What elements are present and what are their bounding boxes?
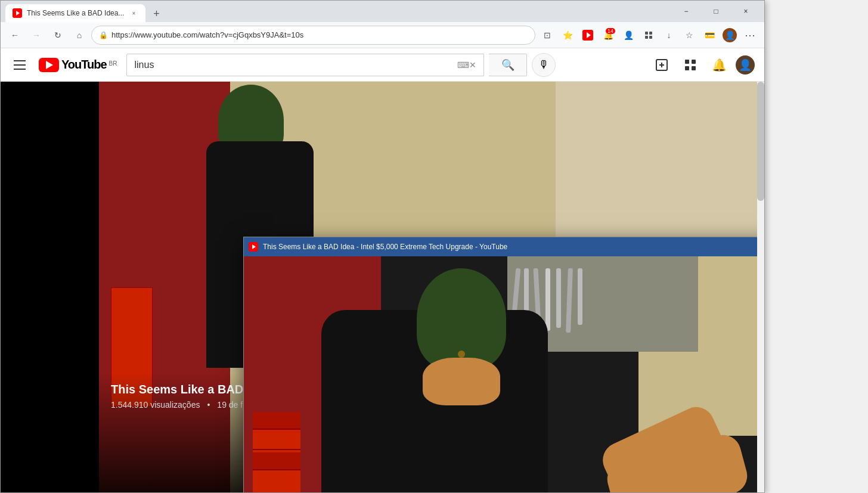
tab-search-icon[interactable]: ⊡ [538,26,557,45]
search-clear-button[interactable]: ✕ [469,60,476,70]
favorites-star-icon[interactable]: ☆ [680,26,699,45]
wallet-icon[interactable]: 💳 [700,26,719,45]
notifications-nav-icon[interactable]: 🔔 14 [599,26,618,45]
apps-grid-button[interactable] [678,53,702,77]
minimize-button[interactable]: − [672,2,700,20]
floating-video-content[interactable]: G o o OIC [244,256,764,492]
address-bar[interactable]: 🔒 https://www.youtube.com/watch?v=cjGqxb… [91,26,535,45]
youtube-logo-icon [39,58,59,72]
create-video-button[interactable] [650,53,674,77]
bullet-separator: • [207,400,210,410]
search-button[interactable]: 🔍 [489,54,527,76]
new-tab-button[interactable]: + [148,5,165,22]
floating-title-bar: This Seems Like a BAD Idea - Intel $5,00… [244,237,764,256]
svg-rect-7 [649,36,652,39]
profile-icon[interactable]: 👤 [619,26,638,45]
user-avatar[interactable]: 👤 [736,55,755,75]
browser-menu-icon[interactable]: ⋯ [740,26,760,45]
navigation-bar: ← → ↻ ⌂ 🔒 https://www.youtube.com/watch?… [1,22,764,48]
youtube-logo[interactable]: YouTube BR [39,58,117,72]
floating-video-scene: G o o OIC [244,256,764,492]
collections-icon[interactable]: ⭐ [558,26,577,45]
search-input[interactable] [134,60,457,70]
hamburger-line [14,60,26,61]
floating-window-title: This Seems Like a BAD Idea - Intel $5,00… [263,243,759,251]
notifications-button[interactable]: 🔔 [707,53,731,77]
forward-button[interactable]: → [27,26,46,45]
search-container: ⌨ ✕ 🔍 🎙 [126,53,640,77]
content-area: This Seems Like a BAD Idea - Intel $5,00… [1,82,764,492]
title-bar: This Seems Like a BAD Idea... × + − □ × [1,1,764,22]
float-person-face [423,358,500,405]
youtube-header: YouTube BR ⌨ ✕ 🔍 🎙 [1,48,764,82]
svg-rect-4 [645,32,648,35]
float-toolbox [253,412,300,493]
header-right-icons: 🔔 👤 [650,53,755,77]
hamburger-menu-button[interactable] [10,55,29,75]
home-button[interactable]: ⌂ [70,26,89,45]
tab-favicon [13,8,22,18]
view-count: 1.544.910 visualizações [111,400,200,410]
scrollbar-thumb[interactable] [757,82,764,201]
address-text: https://www.youtube.com/watch?v=cjGqxbsY… [111,30,528,39]
notification-badge: 14 [606,28,615,34]
svg-rect-6 [645,36,648,39]
search-bar: ⌨ ✕ [126,54,484,76]
float-person-beanie [417,268,506,370]
floating-favicon [249,242,258,252]
browser-tab[interactable]: This Seems Like a BAD Idea... × [5,4,145,22]
lock-icon: 🔒 [99,31,108,39]
keyboard-icon[interactable]: ⌨ [457,60,469,70]
user-avatar-nav[interactable]: 👤 [720,26,739,45]
svg-rect-14 [692,66,696,70]
hamburger-line [14,64,26,66]
svg-rect-5 [649,32,652,35]
floating-window[interactable]: This Seems Like a BAD Idea - Intel $5,00… [243,237,764,492]
url-text: https://www.youtube.com/watch?v=cjGqxbsY… [111,30,303,39]
hamburger-line [14,69,26,70]
scrollbar-track [757,82,764,492]
left-sidebar-area [1,82,99,492]
tab-container: This Seems Like a BAD Idea... × + [5,1,165,22]
back-button[interactable]: ← [5,26,24,45]
download-icon[interactable]: ↓ [659,26,678,45]
youtube-logo-text: YouTube [61,58,107,72]
youtube-country-badge: BR [109,60,117,67]
maximize-button[interactable]: □ [702,2,730,20]
tab-title: This Seems Like a BAD Idea... [27,9,124,17]
svg-rect-13 [685,66,689,70]
svg-rect-11 [685,60,689,64]
close-button[interactable]: × [732,2,760,20]
browser-window: This Seems Like a BAD Idea... × + − □ × … [0,0,765,493]
extensions-icon[interactable] [639,26,658,45]
youtube-icon[interactable] [578,26,597,45]
nav-right-icons: ⊡ ⭐ 🔔 14 👤 [538,26,760,45]
refresh-button[interactable]: ↻ [48,26,67,45]
svg-rect-12 [692,60,696,64]
tab-close-button[interactable]: × [129,8,138,18]
window-controls: − □ × [672,2,760,20]
voice-search-button[interactable]: 🎙 [532,53,556,77]
